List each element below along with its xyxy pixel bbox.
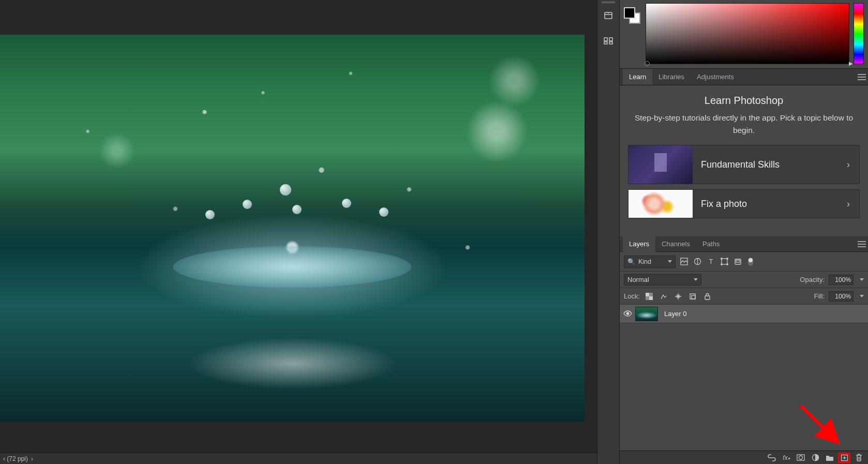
learn-description: Step-by-step tutorials directly in the a… — [628, 112, 860, 137]
link-layers-icon[interactable] — [766, 453, 778, 463]
svg-point-23 — [799, 456, 803, 459]
color-field[interactable] — [646, 3, 849, 64]
filter-adjustment-icon[interactable] — [692, 257, 702, 267]
learn-panel: Learn Photoshop Step-by-step tutorials d… — [620, 85, 868, 236]
topic-thumbnail — [628, 145, 693, 184]
filter-smart-icon[interactable] — [732, 257, 743, 267]
hue-strip[interactable] — [854, 3, 864, 64]
layer-thumbnail[interactable] — [635, 307, 658, 321]
lock-position-icon[interactable] — [673, 291, 683, 302]
lock-artboard-icon[interactable] — [687, 291, 698, 302]
svg-rect-4 — [609, 42, 612, 44]
tab-paths[interactable]: Paths — [696, 236, 726, 252]
svg-rect-14 — [736, 260, 740, 262]
new-adjustment-layer-icon[interactable] — [809, 453, 821, 463]
properties-panel-icon[interactable] — [601, 33, 616, 48]
tab-learn[interactable]: Learn — [623, 69, 652, 85]
svg-rect-19 — [692, 295, 695, 299]
lock-image-icon[interactable] — [659, 291, 669, 302]
layer-item[interactable]: Layer 0 — [620, 305, 868, 323]
layer-list: Layer 0 — [620, 305, 868, 451]
color-swatches[interactable] — [624, 7, 641, 64]
learn-title: Learn Photoshop — [628, 95, 860, 107]
layers-bottom-bar: fx▾ — [620, 451, 868, 464]
svg-rect-8 — [722, 259, 727, 264]
blend-mode-select[interactable]: Normal — [624, 274, 701, 286]
lock-label: Lock: — [624, 292, 640, 300]
svg-rect-1 — [604, 38, 607, 41]
right-panels: Learn Libraries Adjustments Learn Photos… — [620, 0, 868, 464]
filter-pixel-icon[interactable] — [679, 257, 689, 267]
chevron-down-icon — [668, 260, 672, 263]
svg-point-11 — [721, 264, 722, 265]
chevron-down-icon[interactable] — [860, 295, 864, 297]
blend-mode-value: Normal — [627, 276, 649, 283]
tab-adjustments[interactable]: Adjustments — [691, 69, 740, 85]
zoom-info: ‹ (72 ppi) — [3, 455, 28, 462]
svg-point-21 — [626, 312, 628, 315]
topic-label: Fix a photo — [693, 199, 837, 209]
status-bar: ‹ (72 ppi) › — [0, 453, 597, 464]
svg-rect-3 — [604, 42, 607, 44]
filter-kind-label: Kind — [638, 258, 651, 265]
panel-menu-icon[interactable] — [858, 241, 866, 247]
svg-rect-16 — [646, 293, 649, 296]
delete-layer-icon[interactable] — [852, 453, 865, 463]
filter-toggle[interactable] — [748, 258, 753, 266]
new-group-icon[interactable] — [824, 453, 836, 463]
svg-rect-18 — [690, 294, 695, 299]
svg-rect-20 — [705, 296, 710, 300]
layer-style-fx-icon[interactable]: fx▾ — [780, 453, 792, 463]
tab-libraries[interactable]: Libraries — [652, 69, 691, 85]
color-panel — [620, 0, 868, 69]
topic-fix-a-photo[interactable]: Fix a photo › — [628, 189, 860, 218]
lock-transparency-icon[interactable] — [644, 291, 654, 302]
layer-filter-row: 🔍 Kind T — [620, 252, 868, 272]
layers-panel-tabs: Layers Channels Paths — [620, 236, 868, 252]
add-mask-icon[interactable] — [795, 453, 807, 463]
blend-row: Normal Opacity: 100% — [620, 272, 868, 288]
canvas-viewport[interactable] — [0, 0, 597, 453]
foreground-color-swatch[interactable] — [624, 7, 635, 19]
learn-panel-tabs: Learn Libraries Adjustments — [620, 69, 868, 85]
topic-fundamental-skills[interactable]: Fundamental Skills › — [628, 145, 860, 184]
visibility-eye-icon[interactable] — [620, 309, 635, 318]
svg-rect-17 — [649, 296, 653, 300]
filter-shape-icon[interactable] — [719, 257, 729, 267]
panel-menu-icon[interactable] — [858, 74, 866, 80]
collapsed-dock — [597, 0, 620, 464]
canvas-area: ‹ (72 ppi) › — [0, 0, 597, 464]
svg-point-10 — [726, 258, 728, 260]
chevron-right-icon: › — [837, 199, 859, 209]
opacity-label: Opacity: — [800, 276, 825, 283]
history-panel-icon[interactable] — [601, 8, 616, 23]
topic-label: Fundamental Skills — [693, 159, 837, 170]
status-chevron-right-icon[interactable]: › — [31, 455, 33, 462]
document-image[interactable] — [0, 35, 585, 422]
new-layer-icon[interactable] — [838, 453, 850, 463]
search-icon: 🔍 — [627, 258, 635, 265]
svg-point-9 — [721, 258, 722, 260]
svg-text:T: T — [709, 258, 713, 265]
tab-channels[interactable]: Channels — [655, 236, 696, 252]
lock-all-icon[interactable] — [702, 291, 712, 302]
svg-point-12 — [726, 264, 728, 265]
chevron-down-icon — [694, 278, 698, 281]
lock-row: Lock: Fill: 100% — [620, 288, 868, 305]
chevron-down-icon[interactable] — [860, 278, 864, 281]
fill-field[interactable]: 100% — [829, 291, 854, 302]
chevron-right-icon: › — [837, 159, 859, 170]
fill-label: Fill: — [814, 292, 825, 300]
svg-rect-2 — [609, 38, 612, 41]
topic-thumbnail — [628, 190, 693, 218]
layer-name[interactable]: Layer 0 — [663, 310, 686, 318]
tab-layers[interactable]: Layers — [623, 236, 655, 252]
filter-type-icon[interactable]: T — [706, 257, 716, 267]
opacity-field[interactable]: 100% — [829, 275, 854, 285]
filter-kind-select[interactable]: 🔍 Kind — [624, 256, 676, 268]
